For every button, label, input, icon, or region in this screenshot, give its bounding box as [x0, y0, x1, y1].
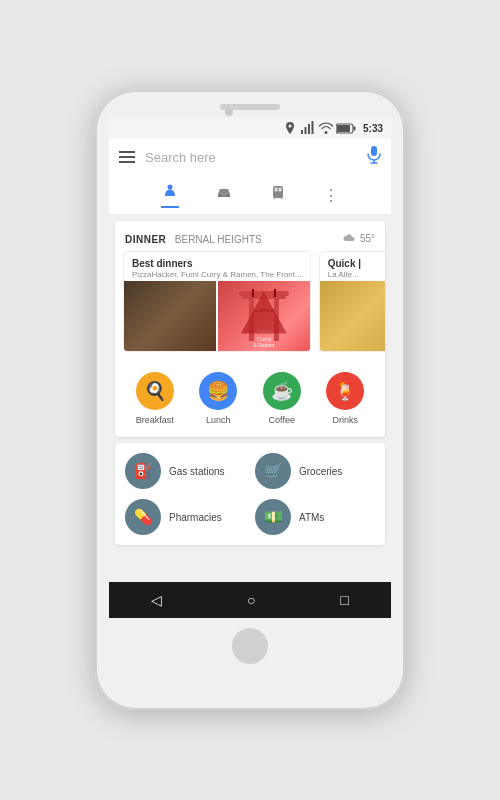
restaurant-title-1: Best dinners	[132, 258, 302, 269]
svg-text:& Ramen: & Ramen	[253, 342, 274, 348]
svg-rect-7	[371, 146, 377, 156]
svg-rect-24	[274, 289, 276, 297]
hamburger-menu[interactable]	[119, 151, 135, 163]
gas-station-icon: ⛽	[125, 453, 161, 489]
nearby-pharmacies[interactable]: 💊 Pharmacies	[125, 499, 245, 535]
svg-rect-22	[252, 309, 276, 312]
svg-point-10	[168, 185, 173, 190]
svg-rect-3	[311, 121, 313, 134]
nearby-groceries[interactable]: 🛒 Groceries	[255, 453, 375, 489]
status-icons	[282, 120, 356, 136]
food-cat-lunch[interactable]: 🍔 Lunch	[199, 372, 237, 425]
svg-rect-12	[227, 195, 230, 197]
lunch-label: Lunch	[206, 415, 231, 425]
food-categories: 🍳 Breakfast 🍔 Lunch ☕ Coffee 🍹 Drinks	[115, 360, 385, 437]
more-options-button[interactable]: ⋮	[319, 182, 343, 209]
android-nav-bar: ◁ ○ □	[109, 582, 391, 618]
restaurant-image-1: Fumi Curry & Ramen	[124, 281, 310, 351]
svg-rect-14	[275, 188, 278, 192]
restaurant-img-yellow	[320, 281, 385, 351]
dinner-header: DINNER BERNAL HEIGHTS 55°	[115, 221, 385, 251]
transit-icon	[269, 184, 287, 206]
food-cat-drinks[interactable]: 🍹 Drinks	[326, 372, 364, 425]
nav-back-button[interactable]: ◁	[139, 588, 174, 612]
nav-home-button[interactable]: ○	[235, 588, 267, 612]
tab-directions[interactable]	[157, 180, 183, 210]
svg-rect-21	[274, 299, 279, 341]
coffee-label: Coffee	[269, 415, 295, 425]
status-bar: 5:33	[109, 118, 391, 138]
search-input[interactable]: Search here	[145, 150, 357, 165]
svg-rect-20	[249, 299, 254, 341]
restaurant-title-2: Quick |	[328, 258, 385, 269]
tab-transit[interactable]	[265, 182, 291, 208]
signal-icon	[300, 120, 316, 136]
restaurant-img-red: Fumi Curry & Ramen	[218, 281, 310, 351]
search-bar: Search here	[109, 138, 391, 176]
coffee-icon: ☕	[263, 372, 301, 410]
restaurant-image-2	[320, 281, 385, 351]
mic-icon[interactable]	[367, 146, 381, 168]
drinks-label: Drinks	[332, 415, 358, 425]
svg-rect-18	[239, 291, 289, 296]
directions-icon	[161, 182, 179, 204]
restaurant-scroll[interactable]: Best dinners PizzaHacker, Fumi Curry & R…	[115, 251, 385, 360]
svg-rect-23	[252, 289, 254, 297]
atms-icon: 💵	[255, 499, 291, 535]
pharmacies-icon: 💊	[125, 499, 161, 535]
atms-label: ATMs	[299, 512, 324, 523]
phone-camera	[225, 108, 233, 116]
car-icon	[215, 184, 233, 206]
nav-recents-button[interactable]: □	[328, 588, 360, 612]
wifi-icon	[318, 120, 334, 136]
drinks-icon: 🍹	[326, 372, 364, 410]
svg-rect-1	[304, 127, 306, 134]
svg-rect-15	[279, 188, 282, 192]
phone-frame: 5:33 Search here	[95, 90, 405, 710]
status-time: 5:33	[363, 123, 383, 134]
svg-rect-5	[353, 126, 355, 130]
nav-tabs: ⋮	[109, 176, 391, 215]
content-area: DINNER BERNAL HEIGHTS 55°	[109, 215, 391, 582]
temperature: 55°	[360, 233, 375, 244]
groceries-label: Groceries	[299, 466, 342, 477]
lunch-icon: 🍔	[199, 372, 237, 410]
food-cat-coffee[interactable]: ☕ Coffee	[263, 372, 301, 425]
restaurant-img-dark	[124, 281, 216, 351]
nearby-card: ⛽ Gas stations 🛒 Groceries 💊 Pharmacies …	[115, 443, 385, 545]
phone-screen: 5:33 Search here	[109, 118, 391, 618]
dinner-card: DINNER BERNAL HEIGHTS 55°	[115, 221, 385, 437]
cloud-icon	[343, 233, 357, 243]
battery-icon	[336, 123, 356, 134]
phone-home-hardware-button[interactable]	[232, 628, 268, 664]
food-cat-breakfast[interactable]: 🍳 Breakfast	[136, 372, 174, 425]
restaurant-subtitle-1: PizzaHacker, Fumi Curry & Ramen, The Fro…	[132, 270, 302, 279]
svg-rect-19	[242, 296, 286, 299]
breakfast-icon: 🍳	[136, 372, 174, 410]
restaurant-card-quick[interactable]: Quick | La Alte...	[319, 251, 385, 352]
svg-text:Fumi: Fumi	[257, 328, 270, 334]
nearby-gas-stations[interactable]: ⛽ Gas stations	[125, 453, 245, 489]
breakfast-label: Breakfast	[136, 415, 174, 425]
pharmacies-label: Pharmacies	[169, 512, 222, 523]
tab-car[interactable]	[211, 182, 237, 208]
restaurant-card-best-dinners[interactable]: Best dinners PizzaHacker, Fumi Curry & R…	[123, 251, 311, 352]
nearby-atms[interactable]: 💵 ATMs	[255, 499, 375, 535]
svg-rect-0	[301, 130, 303, 134]
dinner-location: BERNAL HEIGHTS	[175, 234, 262, 245]
restaurant-subtitle-2: La Alte...	[328, 270, 385, 279]
svg-rect-2	[308, 124, 310, 134]
groceries-icon: 🛒	[255, 453, 291, 489]
gas-station-label: Gas stations	[169, 466, 225, 477]
dinner-label: DINNER	[125, 234, 166, 245]
svg-rect-6	[337, 125, 350, 132]
weather-info: 55°	[343, 233, 375, 244]
svg-rect-11	[219, 195, 222, 197]
location-icon	[282, 120, 298, 136]
